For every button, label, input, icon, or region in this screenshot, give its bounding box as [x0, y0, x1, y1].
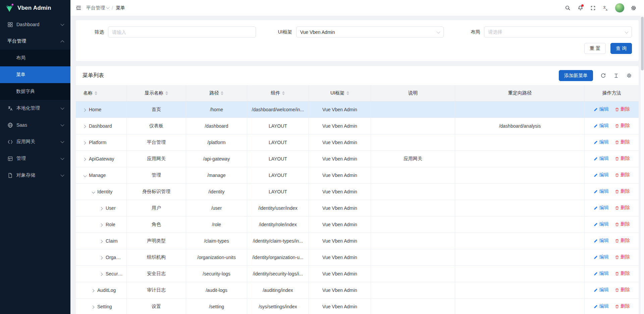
table-settings-gear-icon[interactable] — [626, 73, 632, 78]
delete-button[interactable]: 删除 — [615, 303, 630, 309]
edit-button[interactable]: 编辑 — [594, 270, 609, 276]
layout-select[interactable]: 请选择 — [484, 26, 632, 38]
search-icon[interactable] — [562, 2, 573, 14]
delete-button[interactable]: 删除 — [615, 155, 630, 162]
sidebar-item-data-dictionary[interactable]: 数据字典 — [0, 83, 70, 100]
expand-icon[interactable] — [91, 289, 95, 292]
add-menu-button[interactable]: 添加新菜单 — [559, 70, 593, 81]
edit-button[interactable]: 编辑 — [594, 155, 609, 162]
expand-icon[interactable] — [84, 174, 87, 177]
table-row[interactable]: Identity 身份标识管理 /identity LAYOUT Vue Vbe… — [76, 183, 639, 200]
sidebar-item-menu[interactable]: 菜单 — [0, 66, 70, 83]
sidebar-item-saas[interactable]: Saas — [0, 117, 70, 133]
sidebar-item-manage[interactable]: 管理 — [0, 150, 70, 167]
expand-icon[interactable] — [83, 158, 86, 161]
pencil-icon — [594, 189, 598, 194]
delete-button[interactable]: 删除 — [615, 123, 630, 129]
vertical-scrollbar[interactable] — [641, 16, 644, 314]
sidebar-item-layout[interactable]: 布局 — [0, 50, 70, 66]
edit-button[interactable]: 编辑 — [594, 188, 609, 194]
edit-button[interactable]: 编辑 — [594, 139, 609, 145]
column-header-path[interactable]: 路径 — [186, 85, 247, 101]
ui-framework-select[interactable]: Vue Vben Admin — [296, 26, 444, 38]
delete-button[interactable]: 删除 — [615, 139, 630, 145]
table-row[interactable]: Platform 平台管理 /platform LAYOUT Vue Vben … — [76, 134, 639, 150]
sort-icon[interactable] — [346, 91, 349, 95]
expand-icon[interactable] — [100, 223, 103, 227]
menu-fold-icon[interactable] — [76, 5, 82, 11]
delete-button[interactable]: 删除 — [615, 221, 630, 227]
edit-button[interactable]: 编辑 — [594, 106, 609, 112]
breadcrumb-root[interactable]: 平台管理 — [86, 5, 109, 11]
edit-button[interactable]: 编辑 — [594, 303, 609, 309]
table-row[interactable]: Setting 设置 /setting /sys/settings/index … — [76, 298, 639, 314]
column-header-ui-framework[interactable]: UI框架 — [309, 85, 371, 101]
table-row[interactable]: Role 角色 /role /identity/role/index Vue V… — [76, 216, 639, 233]
delete-button[interactable]: 删除 — [615, 254, 630, 260]
table-row[interactable]: Organiz... 组织机构 /organization-units /ide… — [76, 249, 639, 265]
cell-actions: 编辑 删除 — [585, 118, 639, 134]
table-row[interactable]: Home 首页 /home /dashboard/welcome/in... V… — [76, 101, 639, 118]
sidebar-item-dashboard[interactable]: Dashboard — [0, 16, 70, 33]
sort-icon[interactable] — [95, 91, 97, 95]
cell-description — [371, 167, 455, 183]
sort-icon[interactable] — [221, 91, 223, 95]
table-row[interactable]: Claim 声明类型 /claim-types /identity/claim-… — [76, 233, 639, 249]
table-row[interactable]: ApiGateway 应用网关 /api-gateway LAYOUT Vue … — [76, 150, 639, 167]
table-row[interactable]: Security... 安全日志 /security-logs /identit… — [76, 265, 639, 282]
refresh-icon[interactable] — [600, 73, 606, 78]
expand-icon[interactable] — [92, 190, 95, 193]
cell-path: /home — [186, 101, 247, 118]
edit-button[interactable]: 编辑 — [594, 172, 609, 178]
expand-icon[interactable] — [91, 305, 95, 309]
edit-button[interactable]: 编辑 — [594, 205, 609, 211]
logo[interactable]: Vben Admin — [0, 0, 70, 16]
delete-button[interactable]: 删除 — [615, 172, 630, 178]
expand-icon[interactable] — [83, 125, 86, 128]
table-row[interactable]: Dashboard 仪表板 /dashboard LAYOUT Vue Vben… — [76, 118, 639, 134]
filter-input[interactable] — [108, 26, 256, 38]
edit-button[interactable]: 编辑 — [594, 238, 609, 244]
table-row[interactable]: User 用户 /user /identity/user/index Vue V… — [76, 200, 639, 216]
table-row[interactable]: Manage 管理 /manage LAYOUT Vue Vben Admin … — [76, 167, 639, 183]
gear-icon[interactable] — [628, 2, 639, 14]
reset-button[interactable]: 重 置 — [584, 43, 606, 54]
edit-button[interactable]: 编辑 — [594, 287, 609, 293]
expand-icon[interactable] — [100, 240, 103, 243]
sidebar-item-platform[interactable]: 平台管理 — [0, 33, 70, 50]
sort-icon[interactable] — [282, 91, 285, 95]
cell-path: /platform — [186, 134, 247, 150]
avatar[interactable] — [615, 3, 625, 13]
ui-framework-field: UI框架 Vue Vben Admin — [271, 26, 444, 38]
edit-button[interactable]: 编辑 — [594, 221, 609, 227]
column-header-display-name[interactable]: 显示名称 — [126, 85, 186, 101]
expand-icon[interactable] — [100, 256, 103, 259]
language-icon[interactable]: 文A — [600, 2, 611, 14]
edit-button[interactable]: 编辑 — [594, 254, 609, 260]
table-row[interactable]: AuditLog 审计日志 /audit-logs /auditing/inde… — [76, 282, 639, 298]
delete-button[interactable]: 删除 — [615, 238, 630, 244]
expand-icon[interactable] — [83, 108, 86, 112]
delete-button[interactable]: 删除 — [615, 205, 630, 211]
sidebar-item-localization[interactable]: 本地化管理 — [0, 100, 70, 117]
sidebar-item-object-storage[interactable]: 对象存储 — [0, 167, 70, 184]
chevron-down-icon — [60, 106, 64, 110]
pencil-icon — [594, 304, 598, 309]
sort-icon[interactable] — [165, 91, 168, 95]
delete-button[interactable]: 删除 — [615, 270, 630, 276]
fullscreen-icon[interactable] — [587, 2, 599, 14]
scrollbar-thumb[interactable] — [641, 17, 644, 70]
expand-icon[interactable] — [83, 141, 86, 144]
edit-button[interactable]: 编辑 — [594, 123, 609, 129]
delete-button[interactable]: 删除 — [615, 106, 630, 112]
sidebar-item-api-gateway[interactable]: 应用网关 — [0, 133, 70, 150]
search-button[interactable]: 查 询 — [610, 43, 632, 54]
column-header-name[interactable]: 名称 — [76, 85, 126, 101]
delete-button[interactable]: 删除 — [615, 188, 630, 194]
notification-bell-icon[interactable] — [575, 2, 586, 14]
delete-button[interactable]: 删除 — [615, 287, 630, 293]
expand-icon[interactable] — [100, 207, 103, 210]
row-height-icon[interactable] — [613, 73, 619, 78]
column-header-component[interactable]: 组件 — [247, 85, 309, 101]
expand-icon[interactable] — [100, 272, 103, 276]
